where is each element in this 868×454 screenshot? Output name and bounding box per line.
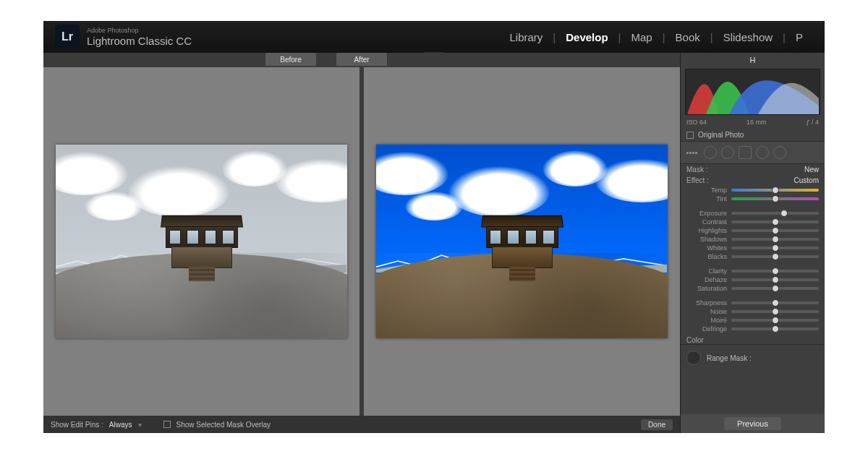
module-nav: Library|Develop|Map|Book|Slideshow|P <box>499 31 813 43</box>
slider-label-noise: Noise <box>686 308 727 315</box>
mask-row: Mask : New <box>681 164 825 175</box>
slider-label-highlights: Highlights <box>686 227 727 234</box>
slider-track[interactable] <box>731 189 819 192</box>
brush-tool-icon[interactable] <box>773 146 786 159</box>
slider-thumb[interactable] <box>772 253 779 260</box>
slider-thumb[interactable] <box>772 218 779 226</box>
slider-track[interactable] <box>731 301 819 304</box>
slider-label-shadows: Shadows <box>686 236 727 243</box>
previous-button[interactable]: Previous <box>724 417 781 430</box>
slider-label-dehaze: Dehaze <box>686 276 727 283</box>
slider-sharpness[interactable]: Sharpness <box>681 299 825 307</box>
after-pane[interactable] <box>364 67 680 416</box>
slider-track[interactable] <box>731 327 819 330</box>
effect-value[interactable]: Custom <box>794 176 819 184</box>
brand-subtitle: Adobe Photoshop <box>87 27 192 34</box>
redeye-tool-icon[interactable] <box>721 146 734 159</box>
app-window: Lr Adobe Photoshop Lightroom Classic CC … <box>43 21 825 433</box>
slider-label-sharpness: Sharpness <box>686 299 727 307</box>
spot-tool-icon[interactable] <box>704 146 717 159</box>
slider-thumb[interactable] <box>772 236 779 243</box>
edit-pins-label: Show Edit Pins : <box>51 421 103 429</box>
slider-label-tint: Tint <box>686 195 727 202</box>
slider-whites[interactable]: Whites <box>681 244 825 252</box>
slider-blacks[interactable]: Blacks <box>681 252 825 261</box>
original-photo-checkbox[interactable] <box>686 132 694 139</box>
module-p[interactable]: P <box>786 31 813 43</box>
slider-track[interactable] <box>731 255 819 258</box>
slider-track[interactable] <box>731 229 819 232</box>
slider-defringe[interactable]: Defringe <box>681 325 825 333</box>
slider-track[interactable] <box>731 310 819 313</box>
mask-new-button[interactable]: New <box>804 166 819 174</box>
slider-thumb[interactable] <box>772 187 779 194</box>
slider-thumb[interactable] <box>772 308 779 315</box>
slider-contrast[interactable]: Contrast <box>681 218 825 226</box>
slider-track[interactable] <box>731 238 819 241</box>
histogram[interactable] <box>685 69 820 115</box>
mask-label: Mask : <box>686 166 707 174</box>
slider-saturation[interactable]: Saturation <box>681 284 825 293</box>
top-bar: Lr Adobe Photoshop Lightroom Classic CC … <box>43 21 825 53</box>
brand-block: Adobe Photoshop Lightroom Classic CC <box>87 27 192 47</box>
range-mask-row: Range Mask : <box>681 344 825 371</box>
slider-track[interactable] <box>731 270 819 273</box>
slider-moire[interactable]: Moiré <box>681 316 825 325</box>
slider-temp[interactable]: Temp <box>681 186 825 194</box>
mask-overlay-checkbox[interactable] <box>163 421 171 428</box>
slider-clarity[interactable]: Clarity <box>681 267 825 275</box>
slider-exposure[interactable]: Exposure <box>681 209 825 218</box>
module-map[interactable]: Map <box>621 31 663 43</box>
slider-thumb[interactable] <box>772 276 779 283</box>
slider-thumb[interactable] <box>772 267 779 275</box>
edit-pins-select[interactable]: Always <box>109 421 132 429</box>
module-develop[interactable]: Develop <box>556 31 618 43</box>
lightroom-logo-icon: Lr <box>55 25 80 49</box>
module-book[interactable]: Book <box>665 31 710 43</box>
effect-label: Effect : <box>686 176 709 184</box>
slider-thumb[interactable] <box>772 285 779 292</box>
slider-shadows[interactable]: Shadows <box>681 235 825 244</box>
slider-thumb[interactable] <box>772 195 779 202</box>
slider-thumb[interactable] <box>772 227 779 234</box>
range-mask-label: Range Mask : <box>707 354 752 362</box>
slider-noise[interactable]: Noise <box>681 307 825 316</box>
slider-thumb[interactable] <box>780 210 788 217</box>
after-tab[interactable]: After <box>336 53 387 66</box>
slider-thumb[interactable] <box>772 244 779 252</box>
slider-thumb[interactable] <box>772 317 779 324</box>
gradient-tool-icon[interactable] <box>739 146 752 159</box>
slider-tint[interactable]: Tint <box>681 194 825 203</box>
brand-title: Lightroom Classic CC <box>87 35 192 47</box>
histo-f: ƒ / 4 <box>806 119 819 126</box>
effect-row: Effect : Custom <box>681 175 825 186</box>
module-library[interactable]: Library <box>499 31 553 43</box>
crop-tool-icon[interactable] <box>686 146 699 159</box>
slider-label-saturation: Saturation <box>686 285 727 292</box>
before-pane[interactable] <box>43 67 359 416</box>
local-tools <box>681 141 825 164</box>
slider-thumb[interactable] <box>772 325 779 333</box>
slider-highlights[interactable]: Highlights <box>681 226 825 235</box>
slider-track[interactable] <box>731 278 819 281</box>
content-area: ▸ Before After <box>43 53 825 433</box>
slider-track[interactable] <box>731 212 819 215</box>
slider-label-clarity: Clarity <box>686 267 727 275</box>
slider-track[interactable] <box>731 247 819 249</box>
slider-label-exposure: Exposure <box>686 210 727 217</box>
range-mask-swatch-icon[interactable] <box>686 351 701 365</box>
cabin-graphic <box>158 210 245 268</box>
radial-tool-icon[interactable] <box>756 146 769 159</box>
right-panel: H ISO 64 16 mm ƒ / 4 Original <box>680 53 825 433</box>
compare-view <box>43 67 680 416</box>
slider-track[interactable] <box>731 287 819 290</box>
slider-thumb[interactable] <box>772 299 779 307</box>
module-slideshow[interactable]: Slideshow <box>713 31 783 43</box>
slider-track[interactable] <box>731 319 819 322</box>
done-button[interactable]: Done <box>641 419 673 430</box>
before-tab[interactable]: Before <box>265 53 316 66</box>
slider-track[interactable] <box>731 197 819 200</box>
slider-dehaze[interactable]: Dehaze <box>681 275 825 284</box>
slider-track[interactable] <box>731 220 819 223</box>
compare-divider[interactable] <box>361 67 362 416</box>
